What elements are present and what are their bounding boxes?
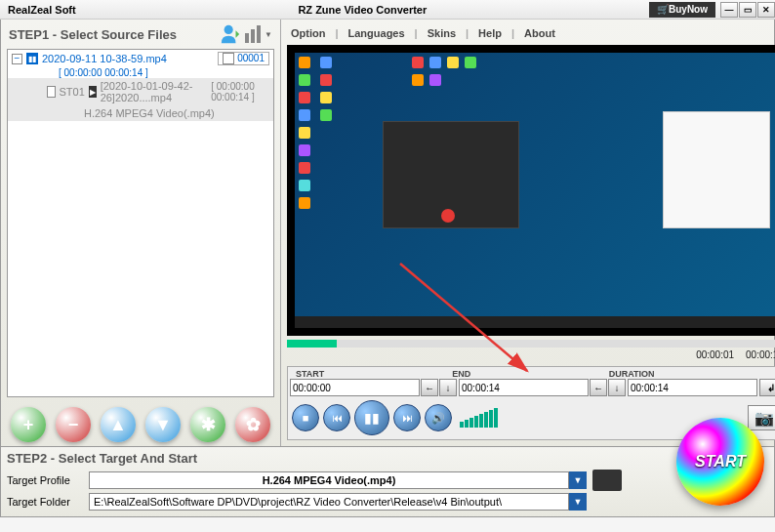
move-down-button[interactable]: ▼ (145, 407, 181, 442)
buy-now-button[interactable]: 🛒 BuyNow (649, 2, 715, 18)
video-preview[interactable] (287, 45, 775, 336)
menu-about[interactable]: About (520, 25, 559, 41)
end-label: END (446, 369, 602, 379)
total-time: 00:00:14 (746, 349, 775, 360)
titlebar: RealZeal Soft RZ Zune Video Converter 🛒 … (0, 0, 775, 20)
prev-button[interactable]: ⏮ (323, 404, 350, 431)
end-set-button[interactable]: ↓ (608, 379, 626, 396)
effects-button[interactable]: ✿ (235, 407, 270, 442)
view-mode-icon[interactable] (245, 25, 261, 43)
step1-title: STEP1 - Select Source Files (9, 27, 177, 42)
start-time-input[interactable] (290, 379, 420, 396)
file-checkbox[interactable] (223, 53, 234, 64)
start-button[interactable]: START (676, 418, 764, 506)
folder-dropdown-icon[interactable]: ▼ (569, 493, 587, 511)
dropdown-icon[interactable]: ▼ (265, 30, 272, 39)
profile-combo[interactable] (89, 471, 569, 489)
start-left-button[interactable]: ← (421, 379, 438, 396)
menu-help[interactable]: Help (474, 25, 506, 41)
menu-languages[interactable]: Languages (345, 25, 409, 41)
remove-button[interactable]: − (56, 407, 91, 442)
clip-id: ST01 (60, 86, 85, 98)
start-label: START (290, 369, 446, 379)
clip-times: [ 00:00:00 00:00:14 ] (211, 81, 269, 102)
start-set-button[interactable]: ↓ (439, 379, 457, 396)
maximize-button[interactable]: ▭ (739, 2, 756, 18)
clip-name: [2020-10-01-09-42-26]2020....mp4 (101, 80, 208, 103)
move-up-button[interactable]: ▲ (101, 407, 136, 442)
step2-panel: STEP2 - Select Target And Start Target P… (0, 447, 775, 517)
action-buttons: + − ▲ ▼ ✱ ✿ (1, 403, 280, 446)
company-name: RealZeal Soft (0, 4, 76, 16)
play-pause-button[interactable]: ▮▮ (354, 400, 389, 435)
volume-button[interactable]: 🔊 (425, 404, 452, 431)
step1-header: STEP1 - Select Source Files ▼ (1, 20, 280, 49)
clip-codec: H.264 MPEG4 Video(.mp4) (8, 105, 273, 121)
menu-skins[interactable]: Skins (424, 25, 460, 41)
file-row[interactable]: − ▮▮ 2020-09-11 10-38-59.mp4 00001 (8, 50, 273, 67)
snapshot-button[interactable]: 📷 (748, 405, 775, 430)
end-left-button[interactable]: ← (590, 379, 607, 396)
menu-bar: Option| Languages| Skins| Help| About (285, 23, 775, 43)
right-panel: Option| Languages| Skins| Help| About (281, 20, 775, 446)
minimize-button[interactable]: — (720, 2, 738, 18)
next-button[interactable]: ⏭ (393, 404, 421, 431)
main-area: STEP1 - Select Source Files ▼ − ▮▮ 2020-… (0, 20, 775, 447)
menu-option[interactable]: Option (287, 25, 329, 41)
file-times: [ 00:00:00 00:00:14 ] (8, 67, 273, 78)
step2-title: STEP2 - Select Target And Start (7, 449, 768, 468)
profile-label: Target Profile (7, 474, 83, 486)
volume-meter[interactable] (460, 408, 498, 428)
add-button[interactable]: + (11, 407, 46, 442)
seek-bar[interactable] (287, 340, 775, 348)
folder-label: Target Folder (7, 496, 83, 508)
play-icon: ▶ (89, 86, 97, 98)
clip-checkbox[interactable] (47, 86, 56, 98)
left-panel: STEP1 - Select Source Files ▼ − ▮▮ 2020-… (1, 20, 281, 446)
file-name: 2020-09-11 10-38-59.mp4 (42, 53, 167, 64)
settings-button[interactable]: ✱ (190, 407, 225, 442)
duration-label: DURATION (603, 369, 759, 379)
svg-point-0 (224, 25, 233, 34)
time-display: 00:00:01 00:00:14 (285, 349, 775, 364)
pause-icon: ▮▮ (26, 53, 38, 64)
close-button[interactable]: ✕ (757, 2, 775, 18)
source-file-list[interactable]: − ▮▮ 2020-09-11 10-38-59.mp4 00001 [ 00:… (7, 49, 274, 397)
duration-input[interactable] (628, 379, 757, 396)
profile-folder-icon[interactable] (592, 470, 622, 491)
profile-dropdown-icon[interactable]: ▼ (569, 471, 587, 489)
end-time-input[interactable] (459, 379, 589, 396)
current-time: 00:00:01 (696, 349, 734, 360)
folder-combo[interactable] (89, 493, 569, 511)
app-title: RZ Zune Video Converter (76, 4, 649, 16)
set-trim-button[interactable]: ↲ (759, 379, 775, 396)
clip-row[interactable]: ST01 ▶ [2020-10-01-09-42-26]2020....mp4 … (8, 78, 273, 105)
stop-button[interactable]: ■ (292, 404, 319, 431)
collapse-icon[interactable]: − (12, 54, 22, 64)
add-file-icon[interactable] (220, 23, 241, 45)
